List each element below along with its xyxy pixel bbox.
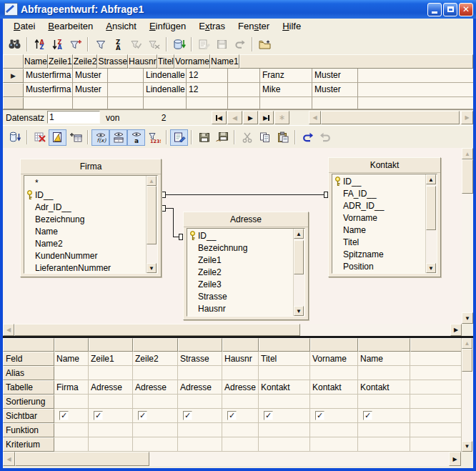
sortierung-cell[interactable] <box>358 395 410 409</box>
field-item[interactable]: * <box>24 177 147 189</box>
criteria-column-header[interactable] <box>222 338 259 352</box>
join-line-firma-kontakt[interactable] <box>166 194 324 195</box>
visible-checkbox[interactable] <box>59 411 69 420</box>
criteria-column-header[interactable] <box>89 338 133 352</box>
field-list-scrollbar[interactable]: ▲ ▼ <box>293 229 304 316</box>
feld-cell[interactable]: Titel <box>259 352 310 366</box>
data-cell[interactable] <box>108 69 144 83</box>
criteria-column-header[interactable] <box>259 338 310 352</box>
field-item[interactable]: Strasse <box>187 290 294 302</box>
alias-cell[interactable] <box>178 366 222 380</box>
sort-icon[interactable]: ZA <box>109 36 127 52</box>
data-cell[interactable]: Muster <box>73 69 108 83</box>
table-title[interactable]: Adresse <box>184 212 308 227</box>
column-header[interactable]: Vorname <box>174 54 210 69</box>
field-item[interactable]: Vorname <box>332 212 426 224</box>
scroll-down-icon[interactable]: ▼ <box>462 312 473 324</box>
data-cell[interactable]: Lindenalle <box>144 69 187 83</box>
row-selector[interactable] <box>3 97 24 109</box>
design-vertical-scrollbar[interactable]: ▲ ▼ <box>462 148 473 324</box>
design-horizontal-scrollbar[interactable]: ◀ ▶ <box>3 324 462 336</box>
scrollbar-thumb[interactable] <box>15 452 149 466</box>
save-icon[interactable] <box>195 129 213 146</box>
scroll-left-icon[interactable]: ◀ <box>3 452 15 466</box>
field-item[interactable]: Postfach <box>187 314 294 316</box>
refresh-icon[interactable] <box>170 36 188 52</box>
apply-filter-icon[interactable] <box>127 36 145 52</box>
visible-checkbox[interactable] <box>363 411 372 420</box>
sortierung-cell[interactable] <box>54 395 89 409</box>
sortierung-cell[interactable] <box>310 395 358 409</box>
tabelle-cell[interactable]: Kontakt <box>358 380 410 395</box>
next-record-icon[interactable]: ▶ <box>243 111 258 124</box>
column-header[interactable]: Strasse <box>97 54 128 69</box>
tabelle-cell[interactable]: Kontakt <box>310 380 358 395</box>
funktion-cell[interactable] <box>358 423 410 437</box>
field-list-scrollbar[interactable]: ▲ ▼ <box>146 176 157 273</box>
scrollbar-thumb[interactable] <box>462 349 472 372</box>
sortierung-cell[interactable] <box>133 395 178 409</box>
table-title[interactable]: Firma <box>21 159 161 174</box>
column-header[interactable]: Hausnr <box>128 54 157 69</box>
kriterium-cell[interactable] <box>222 437 259 452</box>
visible-checkbox[interactable] <box>227 411 237 420</box>
distinct-values-icon[interactable]: 123! <box>145 129 163 146</box>
visible-checkbox[interactable] <box>264 411 273 420</box>
funktion-cell[interactable] <box>178 423 222 437</box>
tabelle-cell[interactable]: Kontakt <box>259 380 310 395</box>
row-selector[interactable] <box>3 83 24 97</box>
scroll-right-icon[interactable]: ▶ <box>461 111 473 124</box>
visible-checkbox[interactable] <box>183 411 192 420</box>
field-item[interactable]: ID__ <box>24 189 147 201</box>
save-record-icon[interactable] <box>213 36 231 52</box>
record-horizontal-scrollbar[interactable]: ◀ ▶ <box>309 111 473 124</box>
tabelle-cell[interactable]: Adresse <box>222 380 259 395</box>
scrollbar-thumb[interactable] <box>321 111 460 124</box>
scrollbar-thumb[interactable] <box>294 240 304 274</box>
scroll-down-icon[interactable]: ▼ <box>426 263 436 273</box>
kriterium-cell[interactable] <box>54 437 89 452</box>
kriterium-cell[interactable] <box>89 437 133 452</box>
edit-icon[interactable] <box>170 129 188 146</box>
funktion-cell[interactable] <box>310 423 358 437</box>
find-record-icon[interactable] <box>6 36 24 52</box>
funktion-cell[interactable] <box>222 423 259 437</box>
scroll-up-icon[interactable]: ▲ <box>462 148 473 159</box>
copy-icon[interactable] <box>256 129 274 146</box>
menu-item[interactable]: Bearbeiten <box>41 19 99 33</box>
field-item[interactable]: LieferantenNummer <box>24 262 147 273</box>
row-selector[interactable] <box>3 69 24 83</box>
alias-cell[interactable] <box>358 366 410 380</box>
tabelle-cell[interactable]: Adresse <box>178 380 222 395</box>
field-item[interactable]: Spitzname <box>332 248 426 260</box>
scroll-left-icon[interactable]: ◀ <box>3 324 14 336</box>
scroll-up-icon[interactable]: ▲ <box>294 229 304 239</box>
feld-cell[interactable]: Hausnr <box>222 352 259 366</box>
sortierung-cell[interactable] <box>89 395 133 409</box>
menu-item[interactable]: Fenster <box>232 19 276 33</box>
data-cell[interactable]: 12 <box>187 83 228 97</box>
minimize-button[interactable] <box>427 3 442 16</box>
scrollbar-thumb[interactable] <box>462 159 473 194</box>
undo-icon[interactable] <box>299 129 317 146</box>
sortierung-cell[interactable] <box>259 395 310 409</box>
data-cell[interactable] <box>312 97 358 109</box>
data-cell[interactable]: Lindenalle <box>144 83 187 97</box>
column-header[interactable]: Zeile2 <box>73 54 98 69</box>
design-view-icon[interactable] <box>49 129 66 146</box>
feld-cell[interactable]: Strasse <box>178 352 222 366</box>
data-cell[interactable]: Muster <box>312 83 358 97</box>
scroll-down-icon[interactable]: ▼ <box>462 441 472 452</box>
data-cell[interactable] <box>228 83 260 97</box>
funktion-cell[interactable] <box>89 423 133 437</box>
visible-checkbox[interactable] <box>94 411 103 420</box>
criteria-column-header[interactable] <box>310 338 358 352</box>
feld-cell[interactable]: Zeile2 <box>133 352 178 366</box>
field-item[interactable]: ID__ <box>187 229 294 242</box>
tabelle-cell[interactable]: Adresse <box>89 380 133 395</box>
scroll-right-icon[interactable]: ▶ <box>450 324 462 336</box>
standard-filter-icon[interactable] <box>91 36 109 52</box>
scroll-left-icon[interactable]: ◀ <box>309 111 321 124</box>
menu-item[interactable]: Extras <box>192 19 232 33</box>
feld-cell[interactable]: Zeile1 <box>89 352 133 366</box>
